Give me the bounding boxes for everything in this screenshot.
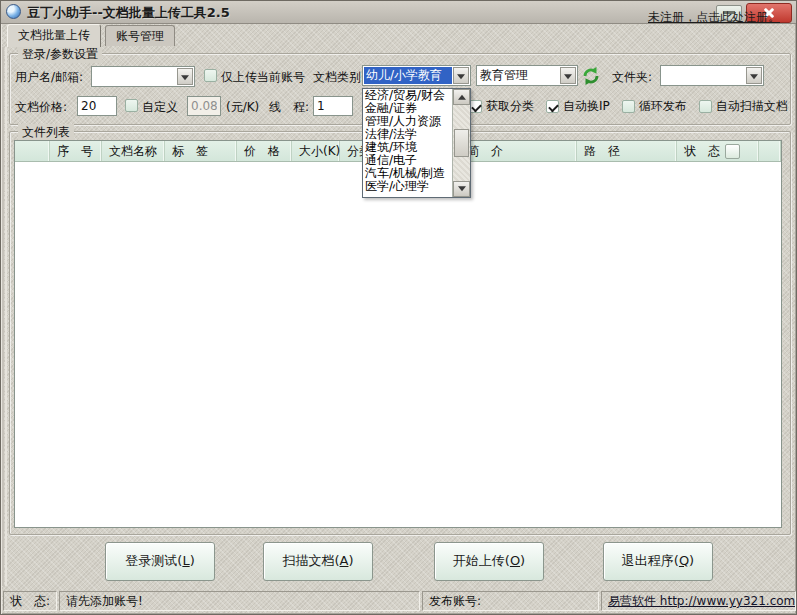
column-header-9[interactable]: 状 态 [677, 141, 759, 161]
username-value [93, 68, 176, 85]
column-header-5[interactable]: 大小(K) [292, 141, 340, 161]
scroll-down-icon[interactable] [453, 181, 470, 197]
tab-1[interactable]: 账号管理 [105, 25, 175, 46]
column-header-3[interactable]: 标 签 [165, 141, 237, 161]
doc-subcategory-value: 教育管理 [478, 67, 559, 84]
custom-price-unit: (元/K) [226, 99, 259, 115]
option-1: 自动换IP [546, 98, 610, 115]
option-0: 获取分类 [469, 98, 534, 115]
doc-category-value: 幼儿/小学教育 [364, 67, 452, 84]
column-header-1[interactable]: 序 号 [50, 141, 102, 161]
action-button-0[interactable]: 登录测试(L) [105, 542, 215, 581]
status-message: 请先添加账号! [59, 591, 420, 611]
folder-value [662, 67, 745, 84]
column-header-0[interactable] [15, 141, 50, 161]
option-checkbox-2[interactable] [622, 100, 635, 113]
action-button-1[interactable]: 扫描文档(A) [263, 542, 373, 581]
thread-label: 线 程: [269, 99, 309, 115]
scroll-up-icon[interactable] [453, 89, 470, 105]
action-button-3[interactable]: 退出程序(Q) [603, 542, 713, 581]
vendor-cell: 易营软件 http://www.yy321.com [601, 591, 796, 611]
folder-combobox[interactable] [660, 65, 764, 86]
register-link[interactable]: 未注册，点击此处注册。 [648, 9, 780, 26]
price-label: 文档价格: [15, 99, 67, 115]
option-2: 循环发布 [622, 98, 687, 115]
window-left-grip [2, 47, 7, 586]
chevron-down-icon[interactable] [177, 68, 193, 85]
app-icon [6, 4, 21, 19]
status-bar: 状 态: 请先添加账号! 发布账号: 易营软件 http://www.yy321… [1, 590, 796, 613]
file-list-group-title: 文件列表 [18, 124, 74, 141]
only-current-account-checkbox[interactable] [204, 69, 217, 82]
custom-price-label: 自定义 [142, 99, 178, 115]
doc-subcategory-combobox[interactable]: 教育管理 [476, 65, 578, 86]
doc-category-combobox[interactable]: 幼儿/小学教育 [362, 65, 471, 86]
tab-bar: 文档批量上传账号管理 [1, 23, 796, 46]
column-header-10[interactable] [759, 141, 781, 161]
app-window: 豆丁小助手--文档批量上传工具2.5 文档批量上传账号管理 未注册，点击此处注册… [0, 0, 797, 615]
chevron-down-icon[interactable] [746, 67, 762, 84]
option-checkbox-1[interactable] [546, 100, 559, 113]
refresh-categories-icon[interactable] [581, 66, 601, 86]
chevron-down-icon[interactable] [453, 67, 469, 84]
username-combobox[interactable] [91, 66, 195, 87]
username-label: 用户名/邮箱: [15, 69, 83, 85]
custom-price-input[interactable] [187, 96, 221, 116]
column-header-8[interactable]: 路 径 [577, 141, 677, 161]
thread-input[interactable] [313, 96, 353, 116]
chevron-down-icon[interactable] [560, 67, 576, 84]
dropdown-scrollbar[interactable] [452, 89, 470, 197]
header-options-button[interactable] [725, 144, 740, 159]
price-input[interactable] [77, 96, 117, 116]
file-list-table[interactable]: 序 号文档名称标 签价 格大小(K)分类简 介路 径状 态 [14, 140, 782, 528]
settings-group-title: 登录/参数设置 [18, 46, 102, 63]
folder-label: 文件夹: [612, 69, 652, 85]
option-label-2: 循环发布 [639, 98, 687, 115]
option-label-3: 自动扫描文档 [716, 98, 788, 115]
column-header-2[interactable]: 文档名称 [102, 141, 165, 161]
option-checkbox-3[interactable] [699, 100, 712, 113]
option-3: 自动扫描文档 [699, 98, 788, 115]
only-current-account-label: 仅上传当前账号 [221, 69, 305, 85]
upload-options: 获取分类自动换IP循环发布自动扫描文档 [469, 98, 797, 115]
option-label-1: 自动换IP [563, 98, 610, 115]
tab-0[interactable]: 文档批量上传 [7, 24, 101, 47]
option-label-0: 获取分类 [486, 98, 534, 115]
action-button-2[interactable]: 开始上传(O) [434, 542, 544, 581]
column-header-4[interactable]: 价 格 [237, 141, 292, 161]
column-header-7[interactable]: 简 介 [460, 141, 577, 161]
status-label: 状 态: [3, 591, 57, 611]
window-title: 豆丁小助手--文档批量上传工具2.5 [27, 4, 230, 22]
scrollbar-thumb[interactable] [454, 129, 469, 157]
publish-account-label: 发布账号: [422, 591, 599, 611]
vendor-link[interactable]: 易营软件 http://www.yy321.com [608, 594, 795, 608]
doc-category-label: 文档类别: [313, 69, 365, 85]
category-dropdown-list[interactable]: 经济/贸易/财会金融/证券管理/人力资源法律/法学建筑/环境通信/电子汽车/机械… [362, 88, 471, 198]
custom-price-checkbox[interactable] [125, 99, 138, 112]
